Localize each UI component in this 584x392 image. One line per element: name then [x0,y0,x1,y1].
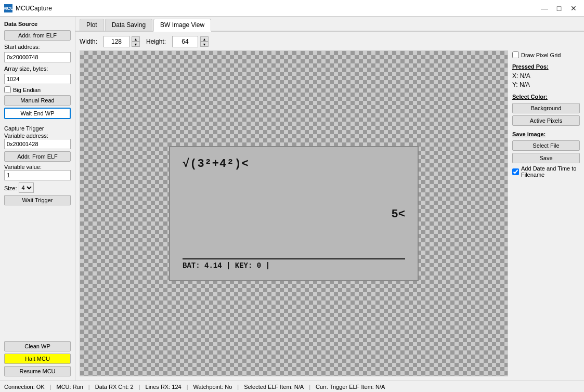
status-watchpoint: Watchpoint: No [193,384,232,390]
content-area: Width: ▲ ▼ Height: [75,32,584,381]
tab-data-saving[interactable]: Data Saving [105,19,152,31]
maximize-button[interactable]: □ [553,3,565,14]
variable-address-input[interactable] [4,139,71,149]
big-endian-label[interactable]: Big Endian [4,86,71,93]
status-bar: Connection: OK | MCU: Run | Data RX Cnt:… [0,381,584,392]
save-button[interactable]: Save [512,153,580,163]
width-label: Width: [80,38,97,45]
addr-from-elf-button-2[interactable]: Addr. From ELF [4,151,71,162]
select-color-title: Select Color: [512,94,580,100]
main-content: Data Source Addr. from ELF Start address… [0,17,584,381]
status-connection: Connection: OK [4,384,45,390]
add-date-time-checkbox[interactable] [512,168,519,175]
wait-trigger-button[interactable]: Wait Trigger [4,195,71,205]
size-select[interactable]: 1 2 4 8 [19,182,34,193]
app-icon: MCU [4,4,12,12]
image-controls: Width: ▲ ▼ Height: [80,36,508,47]
active-pixels-button[interactable]: Active Pixels [512,115,580,126]
pressed-pos-title: Pressed Pos: [512,63,580,70]
background-color-button[interactable]: Background [512,103,580,113]
status-lines-rx: Lines RX: 124 [146,384,181,390]
draw-pixel-grid-checkbox[interactable] [512,51,519,58]
app-title: MCUCapture [16,5,52,12]
tab-bw-image-view[interactable]: BW Image View [153,19,211,32]
resume-mcu-button[interactable]: Resume MCU [4,366,71,376]
width-spinner-btns: ▲ ▼ [132,36,140,47]
lcd-formula: √(3²+4²)< [183,158,405,171]
draw-pixel-grid-label[interactable]: Draw Pixel Grid [512,51,580,58]
canvas-background: √(3²+4²)< 5< BAT: 4.14 | KEY: 0 | [80,51,508,376]
pressed-x: X: N/A [512,72,580,80]
lcd-content: √(3²+4²)< 5< BAT: 4.14 | KEY: 0 | [170,147,418,280]
array-size-label: Array size, bytes: [4,66,71,72]
halt-mcu-button[interactable]: Halt MCU [4,354,71,364]
start-address-input[interactable] [4,52,71,62]
variable-value-label: Variable value: [4,164,71,170]
capture-trigger-label: Capture Trigger [4,125,71,132]
image-panel: Width: ▲ ▼ Height: [80,36,508,376]
wait-end-wp-button[interactable]: Wait End WP [4,108,71,119]
pressed-y: Y: N/A [512,81,580,88]
width-up-button[interactable]: ▲ [132,36,140,42]
width-input[interactable] [103,36,129,47]
variable-value-input[interactable] [4,170,71,180]
title-bar-controls: — □ ✕ [538,3,580,14]
canvas-container[interactable]: √(3²+4²)< 5< BAT: 4.14 | KEY: 0 | [80,50,508,376]
title-bar-left: MCU MCUCapture [4,4,52,12]
pressed-pos-section: Pressed Pos: X: N/A Y: N/A [512,63,580,88]
select-color-section: Select Color: Background Active Pixels [512,94,580,126]
variable-address-label: Variable address: [4,133,71,139]
side-controls: Draw Pixel Grid Pressed Pos: X: N/A Y: N… [512,36,580,376]
lcd-status-bar: BAT: 4.14 | KEY: 0 | [183,258,405,270]
start-address-label: Start address: [4,44,71,50]
status-data-rx-cnt: Data RX Cnt: 2 [95,384,134,390]
height-down-button[interactable]: ▼ [200,42,209,47]
big-endian-checkbox[interactable] [4,86,11,93]
lcd-screen: √(3²+4²)< 5< BAT: 4.14 | KEY: 0 | [169,146,419,281]
lcd-result: 5< [183,208,405,221]
height-input[interactable] [172,36,198,47]
status-selected-elf: Selected ELF Item: N/A [244,384,304,390]
sidebar: Data Source Addr. from ELF Start address… [0,17,75,381]
height-label: Height: [146,38,166,45]
right-panel: Plot Data Saving BW Image View Width: [75,17,584,381]
clean-wp-button[interactable]: Clean WP [4,341,71,351]
save-image-section: Save image: Select File Save Add Date an… [512,131,580,178]
tab-bar: Plot Data Saving BW Image View [75,17,584,32]
save-image-title: Save image: [512,131,580,137]
manual-read-button[interactable]: Manual Read [4,95,71,106]
array-size-input[interactable] [4,74,71,84]
width-down-button[interactable]: ▼ [132,42,140,47]
height-spinner: ▲ ▼ [172,36,209,47]
close-button[interactable]: ✕ [567,3,580,14]
height-up-button[interactable]: ▲ [200,36,209,42]
height-spinner-btns: ▲ ▼ [200,36,209,47]
minimize-button[interactable]: — [538,3,551,14]
status-curr-trigger-elf: Curr. Trigger ELF Item: N/A [316,384,385,390]
tab-plot[interactable]: Plot [80,19,104,31]
select-file-button[interactable]: Select File [512,140,580,151]
addr-from-elf-button[interactable]: Addr. from ELF [4,30,71,41]
status-mcu: MCU: Run [57,384,83,390]
size-label: Size: [4,185,17,191]
title-bar: MCU MCUCapture — □ ✕ [0,0,584,17]
add-date-time-label[interactable]: Add Date and Time to Filename [512,165,580,178]
width-spinner: ▲ ▼ [103,36,140,47]
data-source-label: Data Source [4,21,71,27]
